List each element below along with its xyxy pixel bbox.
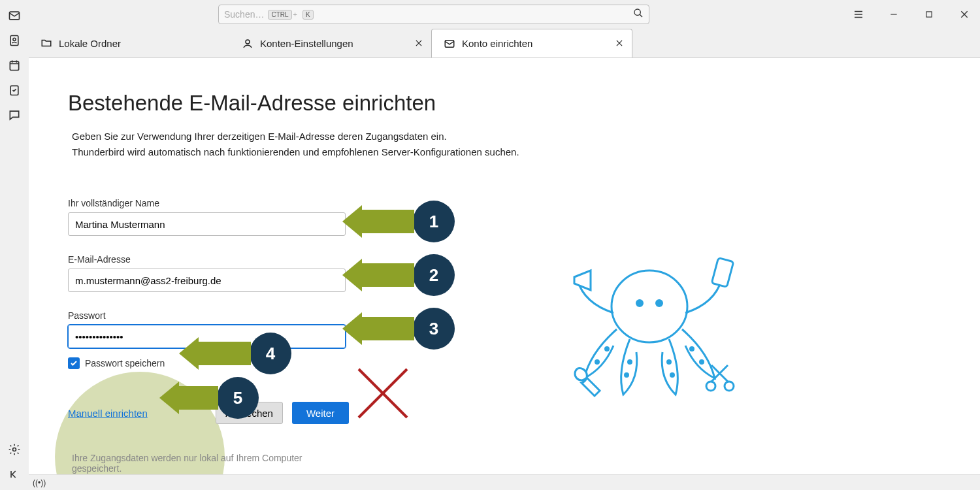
svg-point-10	[612, 270, 687, 342]
svg-point-8	[246, 40, 250, 44]
chat-icon[interactable]	[8, 108, 21, 122]
kbd-ctrl: CTRL	[268, 10, 291, 20]
svg-line-25	[359, 369, 407, 417]
page-title: Bestehende E-Mail-Adresse einrichten	[68, 91, 980, 116]
search-input[interactable]: Suchen… CTRL + K	[218, 5, 649, 24]
footnote: Ihre Zugangsdaten werden nur lokal auf I…	[72, 453, 349, 474]
tasks-icon[interactable]	[8, 84, 21, 97]
svg-point-12	[655, 299, 663, 307]
tab-close-icon[interactable]	[414, 39, 423, 50]
tab-local-folders[interactable]: Lokale Ordner	[29, 29, 230, 57]
svg-rect-13	[711, 258, 734, 287]
name-label: Ihr vollständiger Name	[68, 198, 349, 208]
settings-icon[interactable]	[8, 443, 21, 456]
hamburger-icon[interactable]	[851, 7, 866, 22]
annotation-red-x	[353, 364, 412, 423]
svg-point-5	[13, 448, 16, 451]
annotation-4: 4	[179, 333, 291, 374]
svg-point-2	[13, 38, 16, 41]
account-settings-icon	[242, 38, 253, 50]
addressbook-icon[interactable]	[8, 34, 21, 47]
next-button[interactable]: Weiter	[292, 402, 349, 424]
annotation-1: 1	[342, 201, 455, 242]
svg-rect-7	[926, 12, 932, 17]
name-input[interactable]	[68, 212, 346, 236]
kbd-plus: +	[293, 10, 297, 18]
content-area: Bestehende E-Mail-Adresse einrichten Geb…	[29, 57, 980, 474]
svg-point-17	[604, 346, 610, 351]
tab-label: Konto einrichten	[462, 38, 532, 49]
tab-label: Konten-Einstellungen	[260, 38, 353, 49]
email-label: E-Mail-Adresse	[68, 254, 349, 265]
page-description: Geben Sie zur Verwendung Ihrer derzeitig…	[72, 129, 581, 160]
search-placeholder: Suchen…	[224, 9, 264, 20]
mail-icon[interactable]	[8, 9, 21, 22]
svg-point-11	[636, 299, 644, 307]
svg-point-15	[725, 382, 734, 391]
tab-label: Lokale Ordner	[59, 38, 121, 49]
svg-point-18	[624, 372, 629, 378]
left-sidebar	[0, 0, 29, 490]
search-icon	[633, 8, 644, 21]
svg-rect-3	[10, 61, 18, 70]
calendar-icon[interactable]	[8, 59, 21, 72]
kbd-k: K	[302, 10, 314, 20]
svg-point-14	[706, 382, 715, 391]
collapse-icon[interactable]	[8, 468, 21, 481]
svg-point-22	[699, 359, 704, 365]
annotation-5: 5	[159, 377, 259, 419]
password-label: Passwort	[68, 310, 349, 321]
tab-account-setup[interactable]: Konto einrichten	[431, 29, 632, 57]
svg-point-19	[627, 359, 632, 365]
tab-close-icon[interactable]	[615, 39, 624, 50]
annotation-3: 3	[342, 308, 455, 350]
minimize-icon[interactable]	[886, 7, 902, 22]
octopus-illustration	[551, 241, 747, 404]
tab-account-settings[interactable]: Konten-Einstellungen	[230, 29, 431, 57]
status-bar: ((•))	[29, 474, 980, 490]
svg-point-6	[634, 9, 640, 15]
mail-setup-icon	[444, 38, 455, 50]
remember-checkbox[interactable]	[68, 357, 80, 369]
annotation-2: 2	[342, 254, 455, 296]
svg-point-21	[666, 359, 672, 365]
manual-setup-link[interactable]: Manuell einrichten	[68, 408, 148, 419]
svg-point-20	[670, 372, 675, 378]
svg-point-16	[595, 359, 600, 365]
remember-label: Passwort speichern	[85, 358, 165, 368]
sync-status-icon[interactable]: ((•))	[33, 478, 46, 487]
maximize-icon[interactable]	[921, 7, 937, 22]
topbar: Suchen… CTRL + K	[29, 0, 980, 29]
svg-point-23	[689, 346, 694, 351]
svg-line-24	[359, 369, 407, 417]
email-input[interactable]	[68, 269, 346, 292]
close-icon[interactable]	[956, 7, 972, 22]
folder-icon	[41, 37, 52, 49]
tabs-row: Lokale Ordner Konten-Einstellungen Konto…	[29, 29, 980, 57]
